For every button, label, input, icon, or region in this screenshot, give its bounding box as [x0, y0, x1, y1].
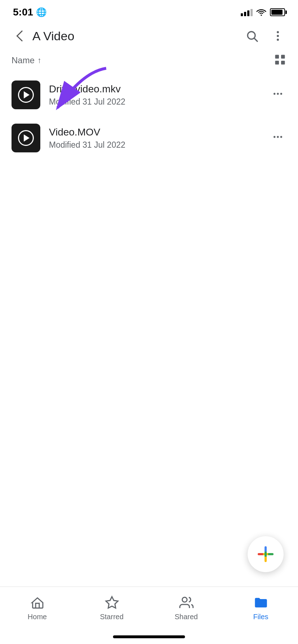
toolbar: Name ↑ [0, 50, 298, 73]
play-icon [18, 87, 34, 103]
file-list: Drive video.mkv Modified 31 Jul 2022 Vid… [0, 73, 298, 160]
files-icon [254, 595, 268, 610]
nav-item-files[interactable]: Files [224, 593, 298, 621]
svg-point-2 [277, 31, 279, 33]
header-actions [243, 27, 286, 45]
shared-icon [179, 595, 194, 610]
sort-arrow-icon: ↑ [37, 56, 41, 65]
sort-label-text: Name [12, 55, 35, 65]
search-icon [245, 29, 258, 42]
svg-point-11 [277, 93, 279, 95]
star-icon [105, 595, 119, 610]
svg-marker-16 [106, 597, 118, 608]
home-indicator [113, 635, 185, 638]
nav-label-starred: Starred [100, 613, 124, 621]
svg-point-13 [274, 136, 275, 138]
wifi-icon [256, 8, 266, 16]
svg-rect-5 [275, 55, 279, 59]
file-thumbnail [12, 80, 40, 109]
status-bar: 5:01 🌐 [0, 0, 298, 22]
more-options-button[interactable] [269, 27, 286, 45]
file-name: Video.MOV [49, 126, 261, 138]
svg-point-15 [280, 136, 282, 138]
svg-rect-6 [281, 55, 285, 59]
file-modified: Modified 31 Jul 2022 [49, 140, 261, 150]
file-more-button[interactable] [269, 85, 286, 105]
fab-plus-icon [258, 546, 274, 562]
status-icons [241, 8, 285, 16]
svg-point-4 [277, 39, 279, 41]
file-more-button[interactable] [269, 128, 286, 148]
signal-icon [241, 8, 253, 16]
back-button[interactable] [12, 27, 30, 45]
file-item[interactable]: Drive video.mkv Modified 31 Jul 2022 [6, 73, 292, 116]
page-title: A Video [32, 29, 243, 43]
file-modified: Modified 31 Jul 2022 [49, 97, 261, 107]
search-button[interactable] [243, 27, 261, 45]
battery-icon [270, 8, 285, 16]
fab-new-button[interactable] [248, 536, 284, 572]
nav-label-shared: Shared [175, 613, 198, 621]
svg-line-1 [254, 38, 257, 41]
file-thumbnail [12, 124, 40, 152]
svg-rect-8 [281, 61, 285, 65]
svg-point-17 [182, 597, 187, 602]
svg-rect-7 [275, 61, 279, 65]
header: A Video [0, 22, 298, 50]
nav-label-files: Files [253, 613, 268, 621]
more-dots-icon [271, 29, 284, 42]
play-icon [18, 130, 34, 146]
nav-item-starred[interactable]: Starred [74, 593, 149, 621]
svg-point-14 [277, 136, 279, 138]
nav-label-home: Home [28, 613, 47, 621]
grid-view-button[interactable] [274, 53, 286, 68]
file-info: Video.MOV Modified 31 Jul 2022 [49, 126, 261, 150]
status-time: 5:01 [13, 6, 33, 18]
grid-icon [274, 53, 286, 66]
file-info: Drive video.mkv Modified 31 Jul 2022 [49, 83, 261, 107]
file-item[interactable]: Video.MOV Modified 31 Jul 2022 [6, 116, 292, 160]
nav-item-home[interactable]: Home [0, 593, 74, 621]
file-name: Drive video.mkv [49, 83, 261, 95]
home-icon [30, 595, 45, 610]
svg-point-10 [274, 93, 275, 95]
svg-point-3 [277, 35, 279, 37]
nav-item-shared[interactable]: Shared [149, 593, 224, 621]
svg-point-12 [280, 93, 282, 95]
globe-icon: 🌐 [36, 7, 47, 17]
sort-button[interactable]: Name ↑ [12, 55, 41, 65]
